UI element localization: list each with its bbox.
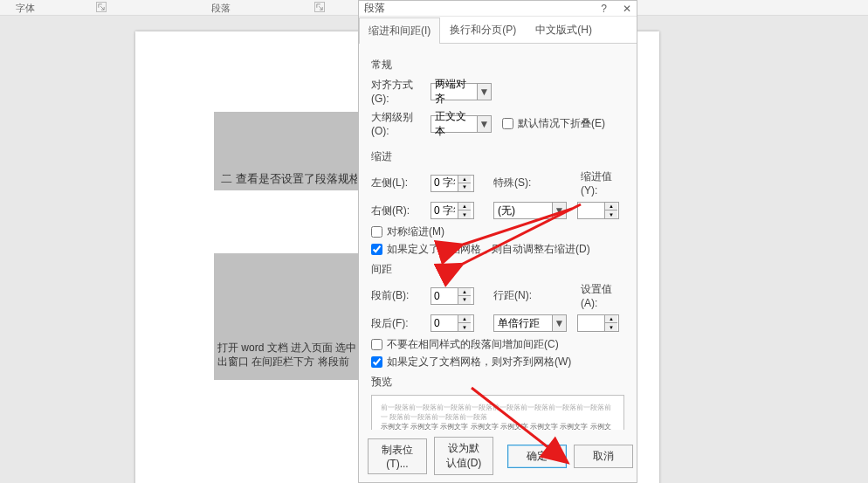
space-before-label: 段前(B): bbox=[371, 288, 425, 303]
spin-up-icon[interactable]: ▲ bbox=[605, 203, 617, 210]
doc-text-mid1: 打开 word 文档 进入页面 选中 bbox=[217, 341, 355, 355]
alignment-label: 对齐方式(G): bbox=[371, 78, 425, 105]
at-spinner[interactable]: ▲▼ bbox=[577, 314, 619, 332]
no-space-same-style-row[interactable]: 不要在相同样式的段落间增加间距(C) bbox=[371, 337, 624, 352]
chevron-down-icon: ▼ bbox=[552, 315, 566, 331]
spin-down-icon[interactable]: ▼ bbox=[458, 210, 471, 218]
collapse-checkbox[interactable] bbox=[502, 118, 513, 129]
no-space-same-style-label: 不要在相同样式的段落间增加间距(C) bbox=[387, 337, 559, 352]
space-after-input[interactable] bbox=[431, 317, 458, 329]
tab-line-page-breaks[interactable]: 换行和分页(P) bbox=[440, 17, 526, 43]
set-default-button[interactable]: 设为默认值(D) bbox=[434, 437, 493, 475]
line-spacing-label: 行距(N): bbox=[493, 288, 537, 303]
font-dialog-launcher-icon[interactable] bbox=[96, 2, 107, 12]
special-combo[interactable]: (无) ▼ bbox=[493, 202, 567, 219]
space-before-input[interactable] bbox=[431, 290, 458, 302]
space-after-label: 段后(F): bbox=[371, 316, 425, 331]
cancel-button[interactable]: 取消 bbox=[574, 445, 633, 468]
tab-indent-spacing[interactable]: 缩进和间距(I) bbox=[359, 17, 440, 44]
spin-down-icon[interactable]: ▼ bbox=[605, 210, 617, 218]
dialog-tabs: 缩进和间距(I) 换行和分页(P) 中文版式(H) bbox=[359, 17, 637, 44]
selection-block-top: 二 查看是否设置了段落规格 bbox=[214, 112, 358, 190]
grid-indent-label: 如果定义了文档网格，则自动调整右缩进(D) bbox=[387, 242, 590, 257]
outline-label: 大纲级别(O): bbox=[371, 110, 425, 137]
indent-by-label: 缩进值(Y): bbox=[581, 169, 624, 197]
mirror-indent-checkbox[interactable] bbox=[371, 226, 382, 238]
indent-by-input[interactable] bbox=[578, 204, 604, 217]
preview-grey-before: 前一段落前一段落前一段落前一段落前一段落前一段落前一段落前一段落前一 段落前一段… bbox=[381, 403, 615, 422]
special-label: 特殊(S): bbox=[493, 176, 537, 190]
dialog-titlebar: 段落 ? ✕ bbox=[359, 1, 637, 17]
dialog-body: 常规 对齐方式(G): 两端对齐 ▼ 大纲级别(O): 正文文本 ▼ 默认情况下… bbox=[359, 44, 637, 430]
snap-grid-checkbox[interactable] bbox=[371, 356, 382, 368]
help-icon[interactable]: ? bbox=[601, 3, 607, 15]
right-indent-input[interactable] bbox=[431, 204, 458, 217]
at-label: 设置值(A): bbox=[581, 282, 624, 309]
ribbon-group-paragraph-label: 段落 bbox=[211, 2, 231, 15]
mirror-indent-row[interactable]: 对称缩进(M) bbox=[371, 224, 624, 239]
paragraph-dialog: 段落 ? ✕ 缩进和间距(I) 换行和分页(P) 中文版式(H) 常规 对齐方式… bbox=[358, 0, 637, 483]
spin-down-icon[interactable]: ▼ bbox=[458, 296, 471, 304]
space-after-spinner[interactable]: ▲▼ bbox=[431, 314, 474, 332]
preview-sample-text: 示例文字 示例文字 示例文字 示例文字 示例文字 示例文字 示例文字 示例文字 … bbox=[381, 422, 615, 430]
special-value: (无) bbox=[494, 204, 552, 218]
section-preview: 预览 bbox=[371, 375, 624, 390]
space-before-spinner[interactable]: ▲▼ bbox=[431, 287, 474, 305]
spin-up-icon[interactable]: ▲ bbox=[605, 315, 617, 323]
doc-text-top: 二 查看是否设置了段落规格 bbox=[217, 171, 357, 187]
spin-up-icon[interactable]: ▲ bbox=[458, 176, 471, 183]
collapse-checkbox-row[interactable]: 默认情况下折叠(E) bbox=[502, 116, 605, 131]
at-input[interactable] bbox=[578, 317, 604, 329]
outline-combo[interactable]: 正文文本 ▼ bbox=[431, 115, 492, 133]
spin-down-icon[interactable]: ▼ bbox=[458, 323, 471, 331]
line-spacing-value: 单倍行距 bbox=[494, 316, 552, 331]
mirror-indent-label: 对称缩进(M) bbox=[387, 224, 444, 239]
selection-block-mid: 打开 word 文档 进入页面 选中 出窗口 在间距栏下方 将段前 bbox=[214, 253, 358, 380]
snap-grid-row[interactable]: 如果定义了文档网格，则对齐到网格(W) bbox=[371, 355, 624, 369]
right-indent-spinner[interactable]: ▲▼ bbox=[431, 202, 474, 219]
alignment-combo[interactable]: 两端对齐 ▼ bbox=[431, 83, 492, 100]
spin-down-icon[interactable]: ▼ bbox=[605, 323, 617, 331]
spin-up-icon[interactable]: ▲ bbox=[458, 315, 471, 323]
grid-indent-row[interactable]: 如果定义了文档网格，则自动调整右缩进(D) bbox=[371, 242, 624, 257]
chevron-down-icon: ▼ bbox=[552, 203, 566, 218]
tab-asian-typography[interactable]: 中文版式(H) bbox=[526, 17, 602, 43]
ribbon-group-font-label: 字体 bbox=[16, 2, 35, 15]
outline-value: 正文文本 bbox=[431, 109, 477, 139]
left-indent-input[interactable] bbox=[431, 177, 458, 190]
left-indent-spinner[interactable]: ▲▼ bbox=[431, 175, 474, 192]
section-indent: 缩进 bbox=[371, 149, 624, 164]
spin-up-icon[interactable]: ▲ bbox=[458, 288, 471, 296]
section-general: 常规 bbox=[371, 58, 624, 72]
no-space-same-style-checkbox[interactable] bbox=[371, 339, 382, 350]
chevron-down-icon: ▼ bbox=[477, 116, 491, 132]
paragraph-dialog-launcher-icon[interactable] bbox=[314, 2, 325, 12]
close-icon[interactable]: ✕ bbox=[623, 3, 631, 15]
chevron-down-icon: ▼ bbox=[477, 84, 491, 100]
dialog-footer: 制表位(T)... 设为默认值(D) 确定 取消 bbox=[359, 430, 637, 482]
spin-down-icon[interactable]: ▼ bbox=[458, 183, 471, 191]
tabs-button[interactable]: 制表位(T)... bbox=[368, 438, 427, 474]
right-indent-label: 右侧(R): bbox=[371, 204, 425, 218]
left-indent-label: 左侧(L): bbox=[371, 176, 425, 190]
dialog-title: 段落 bbox=[364, 1, 385, 16]
line-spacing-combo[interactable]: 单倍行距 ▼ bbox=[493, 314, 567, 332]
preview-box: 前一段落前一段落前一段落前一段落前一段落前一段落前一段落前一段落前一 段落前一段… bbox=[371, 395, 624, 430]
spin-up-icon[interactable]: ▲ bbox=[458, 203, 471, 210]
grid-indent-checkbox[interactable] bbox=[371, 244, 382, 255]
indent-by-spinner[interactable]: ▲▼ bbox=[577, 202, 619, 219]
snap-grid-label: 如果定义了文档网格，则对齐到网格(W) bbox=[387, 355, 571, 369]
alignment-value: 两端对齐 bbox=[431, 77, 477, 107]
ok-button[interactable]: 确定 bbox=[507, 445, 567, 468]
collapse-label: 默认情况下折叠(E) bbox=[518, 116, 605, 131]
section-spacing: 间距 bbox=[371, 262, 624, 277]
doc-text-mid2: 出窗口 在间距栏下方 将段前 bbox=[217, 355, 355, 369]
